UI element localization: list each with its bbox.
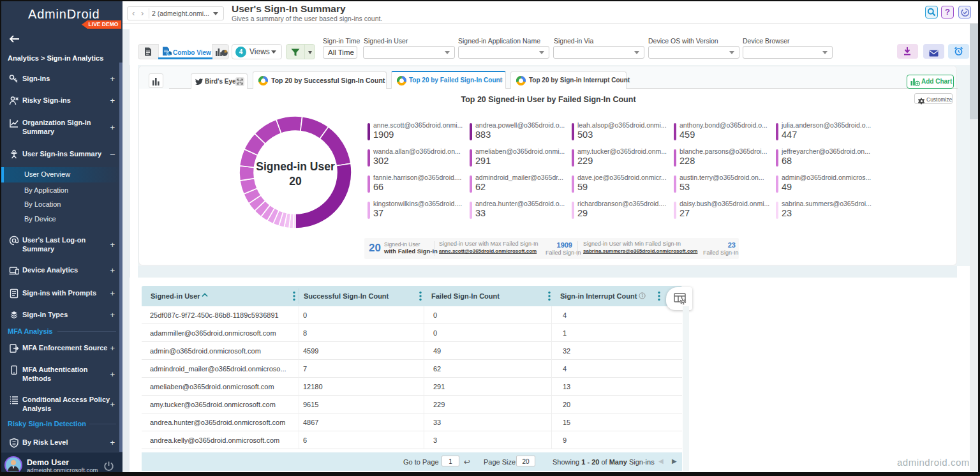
svg-text:Signed-in User: Signed-in User [256,160,335,173]
svg-text:20: 20 [289,175,302,188]
